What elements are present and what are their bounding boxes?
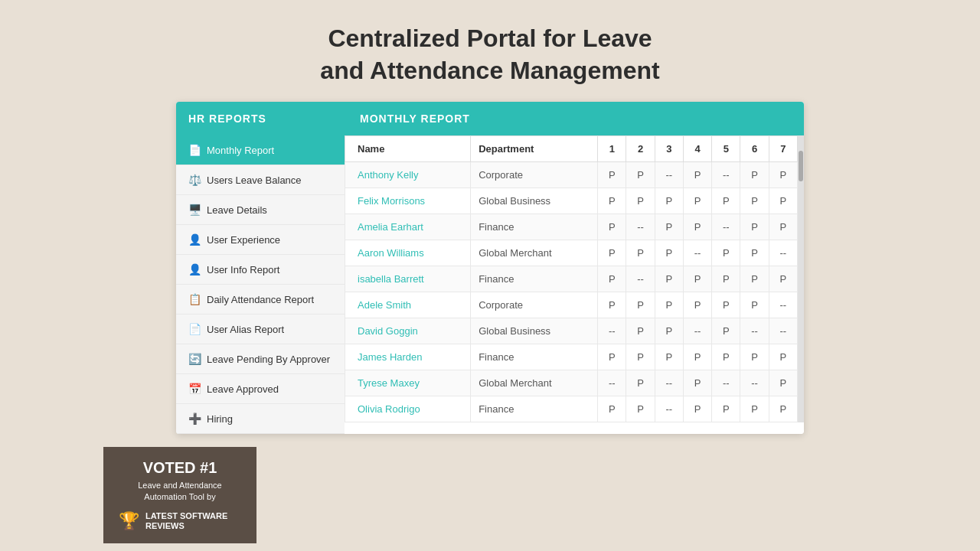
col-day-2: 2 <box>626 136 655 162</box>
day-1-cell: P <box>598 214 626 240</box>
employee-name[interactable]: Tyrese Maxey <box>345 370 471 396</box>
day-3-cell: P <box>655 292 683 318</box>
day-6-cell: P <box>740 292 769 318</box>
table-row: James HardenFinancePPPPPPP <box>345 344 798 370</box>
sidebar-item-daily-attendance-report[interactable]: 📋 Daily Attendance Report <box>176 285 345 315</box>
pending-icon: 🔄 <box>188 353 201 365</box>
sidebar-item-leave-approved[interactable]: 📅 Leave Approved <box>176 374 345 404</box>
employee-name[interactable]: Amelia Earhart <box>345 214 471 240</box>
logo-area: 🏆 LATEST SOFTWAREREVIEWS <box>119 511 241 531</box>
employee-name[interactable]: Adele Smith <box>345 292 471 318</box>
day-3-cell: P <box>655 318 683 344</box>
employee-dept: Finance <box>471 266 598 292</box>
day-6-cell: P <box>740 396 769 422</box>
sidebar-item-label: User Alias Report <box>207 324 284 335</box>
day-5-cell: P <box>712 188 740 214</box>
col-day-3: 3 <box>655 136 683 162</box>
day-3-cell: P <box>655 188 683 214</box>
col-day-7: 7 <box>769 136 797 162</box>
day-4-cell: -- <box>683 318 711 344</box>
day-4-cell: -- <box>683 240 711 266</box>
sidebar-item-label: Leave Approved <box>207 383 279 395</box>
employee-name[interactable]: David Goggin <box>345 318 471 344</box>
scrollbar[interactable] <box>798 135 804 422</box>
day-1-cell: P <box>598 266 626 292</box>
employee-dept: Corporate <box>471 292 598 318</box>
day-3-cell: -- <box>655 396 683 422</box>
col-name: Name <box>345 136 471 162</box>
monthly-report-table: Name Department 1 2 3 4 5 6 7 Anthony Ke… <box>345 135 798 422</box>
day-4-cell: P <box>683 370 711 396</box>
employee-dept: Global Merchant <box>471 370 598 396</box>
app-container: HR REPORTS 📄 Monthly Report ⚖️ Users Lea… <box>176 102 804 434</box>
day-6-cell: P <box>740 266 769 292</box>
col-day-6: 6 <box>740 136 769 162</box>
employee-dept: Corporate <box>471 162 598 188</box>
sidebar-item-leave-pending-by-approver[interactable]: 🔄 Leave Pending By Approver <box>176 344 345 374</box>
day-4-cell: P <box>683 344 711 370</box>
employee-name[interactable]: Felix Morrisons <box>345 188 471 214</box>
day-6-cell: -- <box>740 318 769 344</box>
day-6-cell: P <box>740 162 769 188</box>
sidebar-item-monthly-report[interactable]: 📄 Monthly Report <box>176 135 345 165</box>
day-2-cell: P <box>626 292 655 318</box>
scrollbar-thumb[interactable] <box>799 151 803 181</box>
sidebar-item-user-experience[interactable]: 👤 User Experience <box>176 225 345 255</box>
day-3-cell: P <box>655 266 683 292</box>
employee-name[interactable]: Olivia Rodrigo <box>345 396 471 422</box>
table-row: isabella BarrettFinanceP--PPPPP <box>345 266 798 292</box>
day-4-cell: P <box>683 188 711 214</box>
day-5-cell: P <box>712 240 740 266</box>
day-2-cell: P <box>626 318 655 344</box>
approved-icon: 📅 <box>188 383 201 395</box>
day-6-cell: P <box>740 344 769 370</box>
employee-name[interactable]: Anthony Kelly <box>345 162 471 188</box>
day-6-cell: P <box>740 188 769 214</box>
sidebar-item-leave-details[interactable]: 🖥️ Leave Details <box>176 195 345 225</box>
balance-icon: ⚖️ <box>188 174 201 186</box>
sidebar-item-users-leave-balance[interactable]: ⚖️ Users Leave Balance <box>176 165 345 195</box>
user-icon: 👤 <box>188 233 201 246</box>
sidebar-item-label: Leave Pending By Approver <box>207 354 330 365</box>
user-info-icon: 👤 <box>188 263 201 276</box>
day-1-cell: P <box>598 188 626 214</box>
employee-dept: Finance <box>471 344 598 370</box>
day-2-cell: -- <box>626 266 655 292</box>
employee-name[interactable]: isabella Barrett <box>345 266 471 292</box>
day-2-cell: P <box>626 240 655 266</box>
sidebar-item-label: Daily Attendance Report <box>207 294 314 305</box>
day-6-cell: P <box>740 214 769 240</box>
day-4-cell: P <box>683 396 711 422</box>
day-2-cell: P <box>626 396 655 422</box>
table-row: Olivia RodrigoFinancePP--PPPP <box>345 396 798 422</box>
sidebar-item-hiring[interactable]: ➕ Hiring <box>176 404 345 434</box>
day-2-cell: P <box>626 370 655 396</box>
day-4-cell: P <box>683 266 711 292</box>
voted-title: VOTED #1 <box>119 459 241 477</box>
day-7-cell: P <box>769 344 797 370</box>
day-1-cell: P <box>598 344 626 370</box>
sidebar-item-label: Hiring <box>207 413 233 425</box>
sidebar-item-user-alias-report[interactable]: 📄 User Alias Report <box>176 315 345 344</box>
alias-icon: 📄 <box>188 323 201 335</box>
day-7-cell: -- <box>769 292 797 318</box>
day-3-cell: P <box>655 344 683 370</box>
col-day-4: 4 <box>683 136 711 162</box>
day-3-cell: -- <box>655 370 683 396</box>
employee-name[interactable]: James Harden <box>345 344 471 370</box>
employee-dept: Finance <box>471 396 598 422</box>
day-7-cell: -- <box>769 318 797 344</box>
day-5-cell: P <box>712 344 740 370</box>
employee-dept: Global Merchant <box>471 240 598 266</box>
sidebar-item-label: User Experience <box>207 234 280 246</box>
day-7-cell: P <box>769 214 797 240</box>
employee-name[interactable]: Aaron Williams <box>345 240 471 266</box>
day-5-cell: -- <box>712 162 740 188</box>
page-title: Centralized Portal for Leave and Attenda… <box>0 0 980 102</box>
day-6-cell: P <box>740 240 769 266</box>
day-5-cell: -- <box>712 214 740 240</box>
sidebar-item-user-info-report[interactable]: 👤 User Info Report <box>176 255 345 285</box>
day-5-cell: P <box>712 266 740 292</box>
day-2-cell: P <box>626 162 655 188</box>
day-4-cell: P <box>683 214 711 240</box>
